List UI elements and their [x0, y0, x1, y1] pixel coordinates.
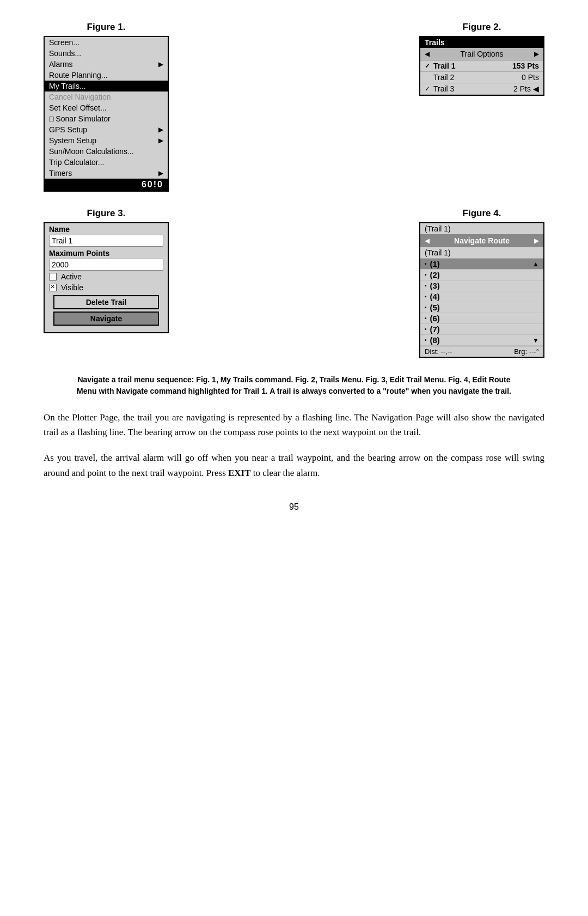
bullet-6: •: [425, 315, 427, 321]
figure-1-container: Figure 1. Screen... Sounds... Alarms▶ Ro…: [44, 22, 169, 192]
body-paragraph-2: As you travel, the arrival alarm will go…: [44, 450, 544, 480]
max-points-field[interactable]: 2000: [49, 259, 163, 271]
route-nav-label: Navigate Route: [454, 236, 510, 245]
trail-3-arrow: ◀: [533, 84, 539, 93]
route-nav-right-arrow[interactable]: ▶: [534, 237, 539, 245]
item-text-4: (4): [430, 292, 440, 301]
trail-1-check: ✓: [425, 62, 433, 70]
bullet-1: •: [425, 261, 427, 267]
visible-label: Visible: [61, 283, 83, 292]
figure-2-container: Figure 2. Trails ◀ Trail Options ▶ ✓ Tra…: [419, 22, 544, 192]
bullet-3: •: [425, 283, 427, 289]
active-checkbox[interactable]: [49, 273, 57, 280]
menu-item-screen[interactable]: Screen...: [45, 37, 168, 48]
menu-item-set-keel[interactable]: Set Keel Offset...: [45, 102, 168, 113]
bullet-5: •: [425, 304, 427, 310]
trail-item-3[interactable]: ✓ Trail 3 2 Pts ◀: [420, 83, 543, 95]
navigate-button[interactable]: Navigate: [53, 312, 159, 326]
menu-item-timers[interactable]: Timers▶: [45, 168, 168, 179]
menu-item-route-planning[interactable]: Route Planning...: [45, 70, 168, 81]
menu-item-trip-calc[interactable]: Trip Calculator...: [45, 157, 168, 168]
figure-3-edit: Name Trail 1 Maximum Points 2000 Active …: [44, 222, 169, 333]
menu-item-sun-moon[interactable]: Sun/Moon Calculations...: [45, 146, 168, 157]
route-item-2[interactable]: • (2): [420, 270, 543, 280]
bullet-2: •: [425, 272, 427, 278]
para2-exit-word: EXIT: [228, 468, 251, 478]
figures-top-row: Figure 1. Screen... Sounds... Alarms▶ Ro…: [44, 22, 544, 192]
dist-label: Dist: --,--: [425, 347, 452, 356]
figure-4-label: Figure 4.: [463, 208, 501, 219]
menu-item-sounds[interactable]: Sounds...: [45, 48, 168, 59]
brg-label: Brg: ---°: [514, 347, 539, 356]
route-nav[interactable]: ◀ Navigate Route ▶: [420, 235, 543, 247]
route-list-inner: • (1) ▲ • (2) • (3) • (4): [420, 259, 543, 346]
bullet-8: •: [425, 337, 427, 343]
route-item-6[interactable]: • (6): [420, 313, 543, 324]
trails-nav[interactable]: ◀ Trail Options ▶: [420, 48, 543, 60]
trails-header: Trails: [420, 37, 543, 48]
figure-1-menu: Screen... Sounds... Alarms▶ Route Planni…: [44, 36, 169, 192]
name-label: Name: [45, 223, 168, 234]
menu-item-system-setup[interactable]: System Setup▶: [45, 135, 168, 146]
route-nav-left-arrow[interactable]: ◀: [425, 237, 430, 245]
figure-3-label: Figure 3.: [87, 208, 126, 219]
bullet-7: •: [425, 326, 427, 332]
item-text-1: (1): [430, 259, 440, 268]
trail-item-2[interactable]: Trail 2 0 Pts: [420, 72, 543, 83]
trail-3-pts: 2 Pts: [498, 84, 531, 93]
item-text-6: (6): [430, 314, 440, 323]
route-item-4[interactable]: • (4): [420, 291, 543, 302]
delete-trail-button[interactable]: Delete Trail: [53, 295, 159, 309]
menu-bottom-bar: 60!0: [45, 179, 168, 191]
figure-caption: Navigate a trail menu sequence: Fig. 1, …: [76, 374, 512, 397]
route-item-7[interactable]: • (7): [420, 324, 543, 335]
trails-nav-right-arrow[interactable]: ▶: [534, 50, 539, 58]
route-footer: Dist: --,-- Brg: ---°: [420, 346, 543, 357]
max-points-label: Maximum Points: [45, 247, 168, 258]
route-item-1[interactable]: • (1) ▲: [420, 259, 543, 270]
route-item-5[interactable]: • (5): [420, 302, 543, 313]
figure-4-container: Figure 4. (Trail 1) ◀ Navigate Route ▶ (…: [419, 208, 544, 358]
figure-3-container: Figure 3. Name Trail 1 Maximum Points 20…: [44, 208, 169, 358]
route-list: • (1) ▲ • (2) • (3) • (4): [420, 259, 543, 346]
figure-2-label: Figure 2.: [463, 22, 501, 33]
visible-checkbox[interactable]: [49, 284, 57, 291]
bullet-4: •: [425, 294, 427, 300]
menu-item-gps-setup[interactable]: GPS Setup▶: [45, 124, 168, 135]
caption-text: Navigate a trail menu sequence: Fig. 1, …: [77, 375, 511, 395]
figure-1-label: Figure 1.: [87, 22, 126, 33]
menu-item-cancel-nav: Cancel Navigation: [45, 91, 168, 102]
visible-row: Visible: [45, 282, 168, 293]
para2-after: to clear the alarm.: [251, 468, 320, 478]
menu-item-my-trails[interactable]: My Trails...: [45, 81, 168, 91]
trail-2-name: Trail 2: [433, 73, 506, 82]
item-text-3: (3): [430, 281, 440, 290]
trail-1-pts: 153 Pts: [506, 62, 539, 70]
active-row: Active: [45, 271, 168, 282]
figure-4-route: (Trail 1) ◀ Navigate Route ▶ (Trail 1) •…: [419, 222, 544, 358]
item-text-2: (2): [430, 270, 440, 279]
scrollbar-up-arrow[interactable]: ▲: [532, 260, 539, 268]
trail-3-check: ✓: [425, 85, 433, 93]
menu-item-alarms[interactable]: Alarms▶: [45, 59, 168, 70]
figure-2-trails: Trails ◀ Trail Options ▶ ✓ Trail 1 153 P…: [419, 36, 544, 96]
route-subtitle: (Trail 1): [420, 247, 543, 259]
route-item-8[interactable]: • (8) ▼: [420, 335, 543, 346]
route-header: (Trail 1): [420, 223, 543, 235]
item-text-5: (5): [430, 303, 440, 312]
para1-text: On the Plotter Page, the trail you are n…: [44, 412, 544, 437]
menu-item-sonar-sim[interactable]: □ Sonar Simulator: [45, 113, 168, 124]
trail-1-name: Trail 1: [433, 62, 506, 70]
item-text-8: (8): [430, 335, 440, 345]
route-item-3[interactable]: • (3): [420, 280, 543, 291]
trail-3-name: Trail 3: [433, 84, 498, 93]
figures-bottom-row: Figure 3. Name Trail 1 Maximum Points 20…: [44, 208, 544, 358]
trail-2-pts: 0 Pts: [506, 73, 539, 82]
body-paragraph-1: On the Plotter Page, the trail you are n…: [44, 410, 544, 439]
trail-name-field[interactable]: Trail 1: [49, 235, 163, 247]
trail-item-1[interactable]: ✓ Trail 1 153 Pts: [420, 60, 543, 72]
scrollbar-down-arrow[interactable]: ▼: [532, 337, 539, 344]
trails-nav-left-arrow[interactable]: ◀: [425, 50, 430, 58]
active-label: Active: [61, 272, 82, 281]
trails-nav-label: Trail Options: [461, 50, 504, 58]
